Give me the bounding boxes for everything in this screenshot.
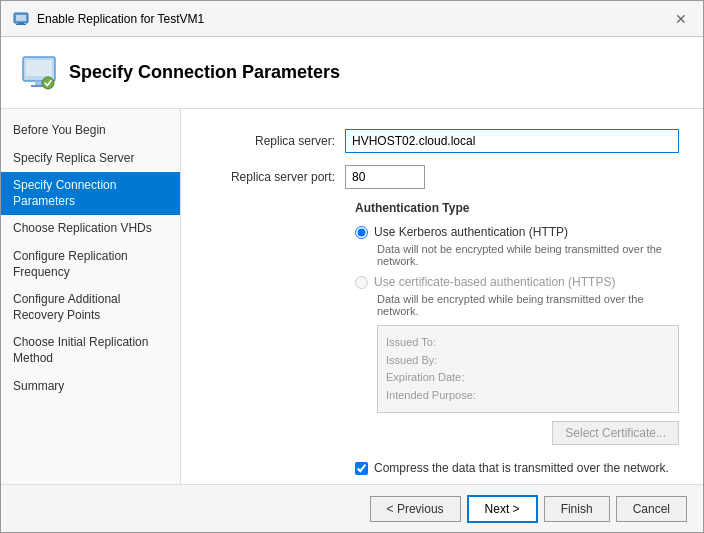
select-certificate-button[interactable]: Select Certificate... [552, 421, 679, 445]
main-content: Replica server: Replica server port: Aut… [181, 109, 703, 484]
dialog-icon [13, 11, 29, 27]
compress-checkbox[interactable] [355, 462, 368, 475]
kerberos-info: Data will not be encrypted while being t… [377, 243, 679, 267]
auth-type-section-title: Authentication Type [355, 201, 679, 215]
certificate-info: Data will be encrypted while being trans… [377, 293, 679, 317]
certificate-radio[interactable] [355, 276, 368, 289]
title-bar: Enable Replication for TestVM1 ✕ [1, 1, 703, 37]
certificate-label: Use certificate-based authentication (HT… [374, 275, 615, 289]
svg-rect-3 [16, 24, 26, 25]
finish-button[interactable]: Finish [544, 496, 610, 522]
sidebar-item-before-begin[interactable]: Before You Begin [1, 117, 180, 145]
footer: < Previous Next > Finish Cancel [1, 484, 703, 532]
svg-rect-1 [16, 15, 26, 21]
replica-server-label: Replica server: [205, 134, 345, 148]
sidebar-item-choose-replication-vhds[interactable]: Choose Replication VHDs [1, 215, 180, 243]
sidebar-item-summary[interactable]: Summary [1, 373, 180, 401]
compress-row: Compress the data that is transmitted ov… [355, 461, 679, 475]
page-header: Specify Connection Parameters [1, 37, 703, 109]
dialog: Enable Replication for TestVM1 ✕ Specify… [0, 0, 704, 533]
sidebar-item-specify-connection-parameters[interactable]: Specify Connection Parameters [1, 172, 180, 215]
svg-rect-5 [26, 60, 52, 76]
page-title: Specify Connection Parameters [69, 62, 340, 83]
cert-issued-by: Issued By: [386, 352, 670, 370]
replica-server-port-label: Replica server port: [205, 170, 345, 184]
sidebar-item-configure-additional-recovery-points[interactable]: Configure Additional Recovery Points [1, 286, 180, 329]
next-button[interactable]: Next > [467, 495, 538, 523]
replica-server-row: Replica server: [205, 129, 679, 153]
dialog-title: Enable Replication for TestVM1 [37, 12, 204, 26]
previous-button[interactable]: < Previous [370, 496, 461, 522]
compress-label: Compress the data that is transmitted ov… [374, 461, 669, 475]
sidebar: Before You Begin Specify Replica Server … [1, 109, 181, 484]
header-icon [21, 55, 57, 91]
replica-server-port-row: Replica server port: [205, 165, 679, 189]
radio-group: Use Kerberos authentication (HTTP) Data … [355, 225, 679, 445]
kerberos-label: Use Kerberos authentication (HTTP) [374, 225, 568, 239]
cancel-button[interactable]: Cancel [616, 496, 687, 522]
replica-server-port-input[interactable] [345, 165, 425, 189]
kerberos-radio-row: Use Kerberos authentication (HTTP) [355, 225, 679, 239]
sidebar-item-specify-replica-server[interactable]: Specify Replica Server [1, 145, 180, 173]
close-button[interactable]: ✕ [671, 9, 691, 29]
sidebar-item-configure-replication-frequency[interactable]: Configure Replication Frequency [1, 243, 180, 286]
cert-expiration-date: Expiration Date: [386, 369, 670, 387]
body: Before You Begin Specify Replica Server … [1, 109, 703, 484]
cert-intended-purpose: Intended Purpose: [386, 387, 670, 405]
svg-point-8 [42, 77, 54, 89]
certificate-box: Issued To: Issued By: Expiration Date: I… [377, 325, 679, 413]
replica-server-input[interactable] [345, 129, 679, 153]
sidebar-item-choose-initial-replication-method[interactable]: Choose Initial Replication Method [1, 329, 180, 372]
cert-issued-to: Issued To: [386, 334, 670, 352]
kerberos-radio[interactable] [355, 226, 368, 239]
certificate-radio-row: Use certificate-based authentication (HT… [355, 275, 679, 289]
